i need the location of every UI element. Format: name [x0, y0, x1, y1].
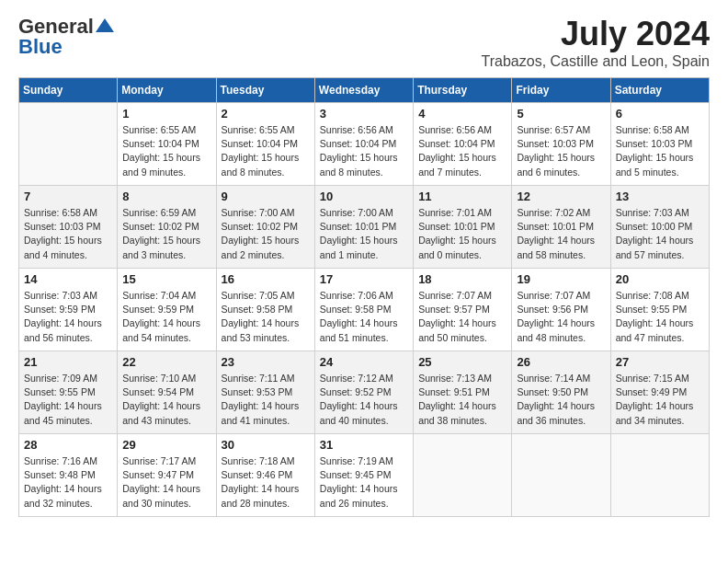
day-number: 11 — [418, 190, 506, 203]
day-number: 31 — [320, 438, 408, 452]
calendar-cell: 17Sunrise: 7:06 AM Sunset: 9:58 PM Dayli… — [314, 269, 413, 351]
week-row-5: 28Sunrise: 7:16 AM Sunset: 9:48 PM Dayli… — [19, 434, 710, 517]
day-info: Sunrise: 6:55 AM Sunset: 10:04 PM Daylig… — [222, 123, 310, 179]
calendar-cell: 18Sunrise: 7:07 AM Sunset: 9:57 PM Dayli… — [414, 269, 512, 351]
calendar-cell: 9Sunrise: 7:00 AM Sunset: 10:02 PM Dayli… — [216, 186, 314, 269]
day-info: Sunrise: 6:56 AM Sunset: 10:04 PM Daylig… — [418, 123, 506, 179]
logo: General Blue — [18, 15, 114, 59]
calendar-cell: 28Sunrise: 7:16 AM Sunset: 9:48 PM Dayli… — [19, 434, 118, 517]
day-info: Sunrise: 7:12 AM Sunset: 9:52 PM Dayligh… — [320, 372, 408, 428]
calendar-cell: 20Sunrise: 7:08 AM Sunset: 9:55 PM Dayli… — [610, 269, 709, 351]
calendar-cell: 12Sunrise: 7:02 AM Sunset: 10:01 PM Dayl… — [512, 186, 610, 269]
day-number: 14 — [24, 272, 112, 286]
day-number: 13 — [616, 190, 704, 203]
day-info: Sunrise: 7:11 AM Sunset: 9:53 PM Dayligh… — [222, 372, 310, 428]
calendar-cell: 13Sunrise: 7:03 AM Sunset: 10:00 PM Dayl… — [610, 186, 709, 269]
calendar-cell: 10Sunrise: 7:00 AM Sunset: 10:01 PM Dayl… — [314, 186, 413, 269]
calendar-cell: 19Sunrise: 7:07 AM Sunset: 9:56 PM Dayli… — [512, 269, 610, 351]
day-info: Sunrise: 7:03 AM Sunset: 9:59 PM Dayligh… — [24, 289, 112, 345]
day-info: Sunrise: 6:58 AM Sunset: 10:03 PM Daylig… — [24, 206, 112, 262]
day-number: 23 — [222, 355, 310, 369]
calendar-cell: 25Sunrise: 7:13 AM Sunset: 9:51 PM Dayli… — [414, 351, 512, 434]
calendar-cell — [414, 434, 512, 517]
day-info: Sunrise: 7:00 AM Sunset: 10:02 PM Daylig… — [222, 206, 310, 262]
day-info: Sunrise: 7:14 AM Sunset: 9:50 PM Dayligh… — [517, 372, 605, 428]
location-title: Trabazos, Castille and Leon, Spain — [482, 53, 710, 70]
week-row-2: 7Sunrise: 6:58 AM Sunset: 10:03 PM Dayli… — [19, 186, 710, 269]
day-info: Sunrise: 7:07 AM Sunset: 9:57 PM Dayligh… — [418, 289, 506, 345]
day-number: 5 — [517, 107, 605, 121]
day-number: 17 — [320, 272, 408, 286]
calendar-table: SundayMondayTuesdayWednesdayThursdayFrid… — [18, 77, 710, 517]
day-number: 9 — [222, 190, 310, 203]
calendar-cell: 5Sunrise: 6:57 AM Sunset: 10:03 PM Dayli… — [512, 103, 610, 186]
logo-icon — [96, 18, 114, 32]
day-number: 3 — [320, 107, 408, 121]
day-info: Sunrise: 7:04 AM Sunset: 9:59 PM Dayligh… — [122, 289, 210, 345]
day-info: Sunrise: 7:17 AM Sunset: 9:47 PM Dayligh… — [122, 454, 210, 511]
day-number: 6 — [616, 107, 704, 121]
calendar-cell: 30Sunrise: 7:18 AM Sunset: 9:46 PM Dayli… — [216, 434, 314, 517]
day-number: 24 — [320, 355, 408, 369]
calendar-cell: 11Sunrise: 7:01 AM Sunset: 10:01 PM Dayl… — [414, 186, 512, 269]
day-number: 28 — [24, 438, 112, 452]
day-info: Sunrise: 6:58 AM Sunset: 10:03 PM Daylig… — [616, 123, 704, 179]
calendar-cell: 23Sunrise: 7:11 AM Sunset: 9:53 PM Dayli… — [216, 351, 314, 434]
calendar-cell: 8Sunrise: 6:59 AM Sunset: 10:02 PM Dayli… — [118, 186, 216, 269]
calendar-cell: 2Sunrise: 6:55 AM Sunset: 10:04 PM Dayli… — [216, 103, 314, 186]
calendar-cell — [610, 434, 709, 517]
day-number: 26 — [517, 355, 605, 369]
day-info: Sunrise: 6:56 AM Sunset: 10:04 PM Daylig… — [320, 123, 408, 179]
calendar-cell: 14Sunrise: 7:03 AM Sunset: 9:59 PM Dayli… — [19, 269, 118, 351]
title-area: July 2024 Trabazos, Castille and Leon, S… — [482, 15, 710, 70]
day-info: Sunrise: 6:57 AM Sunset: 10:03 PM Daylig… — [517, 123, 605, 179]
weekday-header-thursday: Thursday — [414, 78, 512, 103]
calendar-cell: 22Sunrise: 7:10 AM Sunset: 9:54 PM Dayli… — [118, 351, 216, 434]
calendar-cell: 6Sunrise: 6:58 AM Sunset: 10:03 PM Dayli… — [610, 103, 709, 186]
day-number: 21 — [24, 355, 112, 369]
svg-marker-0 — [96, 18, 114, 32]
calendar-cell: 31Sunrise: 7:19 AM Sunset: 9:45 PM Dayli… — [314, 434, 413, 517]
day-info: Sunrise: 6:59 AM Sunset: 10:02 PM Daylig… — [122, 206, 210, 262]
calendar-cell: 29Sunrise: 7:17 AM Sunset: 9:47 PM Dayli… — [118, 434, 216, 517]
day-number: 2 — [222, 107, 310, 121]
day-info: Sunrise: 7:09 AM Sunset: 9:55 PM Dayligh… — [24, 372, 112, 428]
day-number: 19 — [517, 272, 605, 286]
day-number: 15 — [122, 272, 210, 286]
weekday-header-monday: Monday — [118, 78, 216, 103]
header: General Blue July 2024 Trabazos, Castill… — [18, 15, 710, 70]
calendar-cell: 1Sunrise: 6:55 AM Sunset: 10:04 PM Dayli… — [118, 103, 216, 186]
week-row-4: 21Sunrise: 7:09 AM Sunset: 9:55 PM Dayli… — [19, 351, 710, 434]
calendar-cell — [19, 103, 118, 186]
day-number: 10 — [320, 190, 408, 203]
day-number: 18 — [418, 272, 506, 286]
weekday-header-saturday: Saturday — [610, 78, 709, 103]
day-info: Sunrise: 7:15 AM Sunset: 9:49 PM Dayligh… — [616, 372, 704, 428]
day-info: Sunrise: 6:55 AM Sunset: 10:04 PM Daylig… — [122, 123, 210, 179]
day-number: 4 — [418, 107, 506, 121]
day-info: Sunrise: 7:02 AM Sunset: 10:01 PM Daylig… — [517, 206, 605, 262]
day-info: Sunrise: 7:16 AM Sunset: 9:48 PM Dayligh… — [24, 454, 112, 511]
calendar-cell: 24Sunrise: 7:12 AM Sunset: 9:52 PM Dayli… — [314, 351, 413, 434]
week-row-1: 1Sunrise: 6:55 AM Sunset: 10:04 PM Dayli… — [19, 103, 710, 186]
day-info: Sunrise: 7:13 AM Sunset: 9:51 PM Dayligh… — [418, 372, 506, 428]
day-number: 1 — [122, 107, 210, 121]
day-info: Sunrise: 7:08 AM Sunset: 9:55 PM Dayligh… — [616, 289, 704, 345]
calendar-cell: 21Sunrise: 7:09 AM Sunset: 9:55 PM Dayli… — [19, 351, 118, 434]
day-number: 22 — [122, 355, 210, 369]
day-info: Sunrise: 7:19 AM Sunset: 9:45 PM Dayligh… — [320, 454, 408, 511]
day-info: Sunrise: 7:00 AM Sunset: 10:01 PM Daylig… — [320, 206, 408, 262]
calendar-cell: 3Sunrise: 6:56 AM Sunset: 10:04 PM Dayli… — [314, 103, 413, 186]
day-info: Sunrise: 7:10 AM Sunset: 9:54 PM Dayligh… — [122, 372, 210, 428]
day-info: Sunrise: 7:07 AM Sunset: 9:56 PM Dayligh… — [517, 289, 605, 345]
weekday-header-tuesday: Tuesday — [216, 78, 314, 103]
day-number: 12 — [517, 190, 605, 203]
day-info: Sunrise: 7:01 AM Sunset: 10:01 PM Daylig… — [418, 206, 506, 262]
day-number: 29 — [122, 438, 210, 452]
weekday-header-friday: Friday — [512, 78, 610, 103]
calendar-cell: 15Sunrise: 7:04 AM Sunset: 9:59 PM Dayli… — [118, 269, 216, 351]
day-number: 16 — [222, 272, 310, 286]
week-row-3: 14Sunrise: 7:03 AM Sunset: 9:59 PM Dayli… — [19, 269, 710, 351]
day-number: 20 — [616, 272, 704, 286]
day-number: 30 — [222, 438, 310, 452]
